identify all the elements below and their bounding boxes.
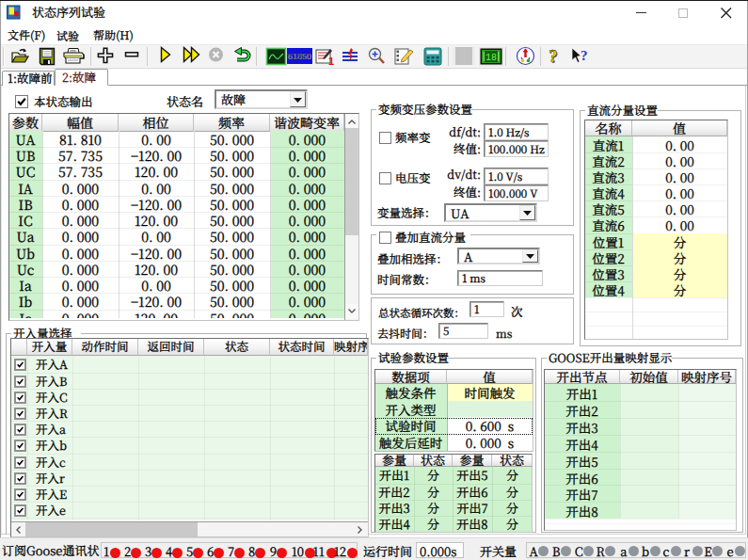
svg-text:18: 18 bbox=[485, 53, 497, 63]
svg-text:?: ? bbox=[581, 48, 588, 63]
svg-text:1: 1 bbox=[328, 56, 334, 67]
